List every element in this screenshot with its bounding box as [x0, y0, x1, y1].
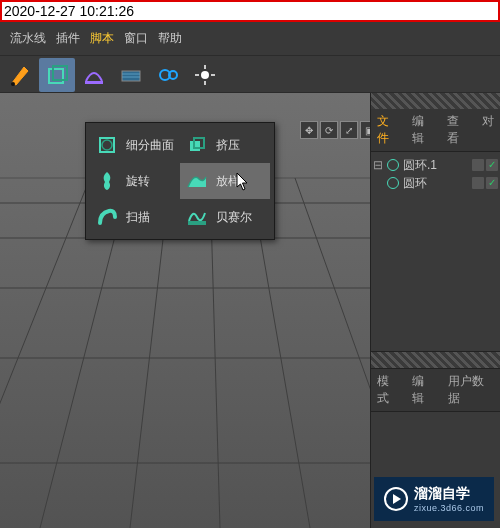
watermark-title: 溜溜自学: [414, 485, 470, 501]
popup-label: 放样: [216, 173, 240, 190]
object-manager-tabs: 文件 编辑 查看 对: [371, 109, 500, 152]
render-toggle[interactable]: ✓: [486, 177, 498, 189]
timestamp-bar: 2020-12-27 10:21:26: [0, 0, 500, 22]
axis-frame-icon[interactable]: ▣: [360, 121, 370, 139]
object-row[interactable]: ⊟ 圆环.1 ✓: [373, 156, 498, 174]
popup-item-subdiv[interactable]: 细分曲面: [90, 127, 180, 163]
lathe-icon: [94, 168, 120, 194]
menu-bar: 流水线 插件 脚本 窗口 帮助: [0, 22, 500, 55]
object-list: ⊟ 圆环.1 ✓ 圆环 ✓: [371, 152, 500, 352]
loft-icon: [184, 168, 210, 194]
object-name[interactable]: 圆环: [403, 175, 427, 192]
panel-grip[interactable]: [371, 93, 500, 109]
play-icon: [384, 487, 408, 511]
axis-zoom-icon[interactable]: ⤢: [340, 121, 358, 139]
popup-item-lathe[interactable]: 旋转: [90, 163, 180, 199]
generator-tool-button[interactable]: [39, 58, 75, 92]
main-toolbar: [0, 55, 500, 93]
viewport-axis-toolbar: ✥ ⟳ ⤢ ▣: [300, 121, 370, 139]
extrude-icon: [184, 132, 210, 158]
menu-item-help[interactable]: 帮助: [154, 28, 186, 49]
attribute-tabs: 模式 编辑 用户数据: [371, 368, 500, 412]
object-manager-panel: 文件 编辑 查看 对 ⊟ 圆环.1 ✓ 圆环: [370, 93, 500, 528]
popup-label: 贝赛尔: [216, 209, 252, 226]
pen-tool-button[interactable]: [2, 58, 38, 92]
bezier-icon: [184, 204, 210, 230]
tab-userdata[interactable]: 用户数据: [442, 369, 501, 411]
generator-popup-menu: 细分曲面 挤压 旋转 放样 扫描: [85, 122, 275, 240]
subdiv-icon: [94, 132, 120, 158]
popup-label: 挤压: [216, 137, 240, 154]
render-toggle[interactable]: ✓: [486, 159, 498, 171]
popup-label: 扫描: [126, 209, 150, 226]
watermark-sub: zixue.3d66.com: [414, 503, 484, 513]
popup-item-extrude[interactable]: 挤压: [180, 127, 270, 163]
svg-point-10: [201, 71, 209, 79]
svg-rect-4: [122, 71, 140, 81]
deformer-tool-button[interactable]: [76, 58, 112, 92]
visibility-toggle[interactable]: [472, 177, 484, 189]
tab-edit2[interactable]: 编辑: [406, 369, 441, 411]
popup-label: 旋转: [126, 173, 150, 190]
timestamp-text: 2020-12-27 10:21:26: [4, 3, 134, 19]
expand-icon[interactable]: ⊟: [373, 158, 383, 172]
svg-rect-3: [85, 81, 103, 84]
popup-item-sweep[interactable]: 扫描: [90, 199, 180, 235]
axis-rotate-icon[interactable]: ⟳: [320, 121, 338, 139]
object-name[interactable]: 圆环.1: [403, 157, 437, 174]
sweep-icon: [94, 204, 120, 230]
svg-point-0: [11, 82, 15, 86]
panel-grip[interactable]: [371, 352, 500, 368]
tab-file[interactable]: 文件: [371, 109, 406, 151]
tab-mode[interactable]: 模式: [371, 369, 406, 411]
popup-item-loft[interactable]: 放样: [180, 163, 270, 199]
watermark: 溜溜自学 zixue.3d66.com: [374, 477, 494, 521]
app-window: 流水线 插件 脚本 窗口 帮助: [0, 22, 500, 527]
axis-move-icon[interactable]: ✥: [300, 121, 318, 139]
environment-tool-button[interactable]: [113, 58, 149, 92]
menu-item-pipeline[interactable]: 流水线: [6, 28, 50, 49]
light-tool-button[interactable]: [187, 58, 223, 92]
menu-item-window[interactable]: 窗口: [120, 28, 152, 49]
object-row[interactable]: 圆环 ✓: [373, 174, 498, 192]
tab-view[interactable]: 查看: [441, 109, 476, 151]
popup-label: 细分曲面: [126, 137, 174, 154]
menu-item-script[interactable]: 脚本: [86, 28, 118, 49]
svg-rect-31: [188, 221, 206, 225]
menu-item-plugins[interactable]: 插件: [52, 28, 84, 49]
svg-point-28: [102, 140, 112, 150]
popup-item-bezier[interactable]: 贝赛尔: [180, 199, 270, 235]
camera-tool-button[interactable]: [150, 58, 186, 92]
ring-icon: [387, 159, 399, 171]
tab-edit[interactable]: 编辑: [406, 109, 441, 151]
tab-objects[interactable]: 对: [476, 109, 500, 151]
visibility-toggle[interactable]: [472, 159, 484, 171]
ring-icon: [387, 177, 399, 189]
